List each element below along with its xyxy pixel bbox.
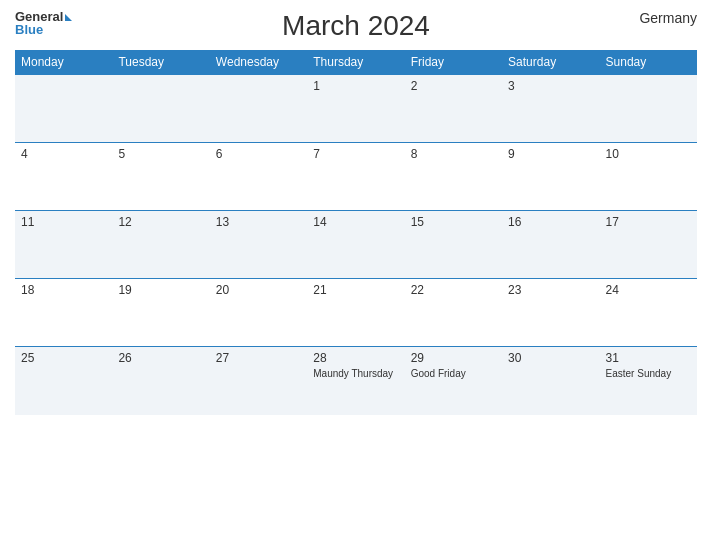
cell-thu-w2: 7 [307,143,404,211]
cell-sat-w3: 16 [502,211,599,279]
cell-wed-w3: 13 [210,211,307,279]
header-saturday: Saturday [502,50,599,75]
cell-sun-w1 [600,75,697,143]
table-row: 18 19 20 21 22 23 24 [15,279,697,347]
cell-sun-w3: 17 [600,211,697,279]
cell-sat-w2: 9 [502,143,599,211]
cell-thu-w3: 14 [307,211,404,279]
cell-tue-w4: 19 [112,279,209,347]
cell-mon-w5: 25 [15,347,112,415]
cell-sun-w4: 24 [600,279,697,347]
cell-mon-w1 [15,75,112,143]
header-friday: Friday [405,50,502,75]
cell-fri-w1: 2 [405,75,502,143]
calendar-body: 1 2 3 4 5 6 7 8 9 10 11 12 13 14 15 [15,75,697,415]
cell-thu-w4: 21 [307,279,404,347]
header-tuesday: Tuesday [112,50,209,75]
cell-wed-w1 [210,75,307,143]
cell-fri-w3: 15 [405,211,502,279]
calendar-page: General Blue March 2024 Germany Monday T… [0,0,712,550]
cell-tue-w5: 26 [112,347,209,415]
cell-sun-w2: 10 [600,143,697,211]
calendar-table: Monday Tuesday Wednesday Thursday Friday… [15,50,697,415]
header-sunday: Sunday [600,50,697,75]
cell-thu-w5: 28 Maundy Thursday [307,347,404,415]
cell-fri-w4: 22 [405,279,502,347]
cell-mon-w2: 4 [15,143,112,211]
cell-sat-w4: 23 [502,279,599,347]
weekday-header-row: Monday Tuesday Wednesday Thursday Friday… [15,50,697,75]
calendar-header: Monday Tuesday Wednesday Thursday Friday… [15,50,697,75]
cell-fri-w2: 8 [405,143,502,211]
cell-tue-w2: 5 [112,143,209,211]
table-row: 4 5 6 7 8 9 10 [15,143,697,211]
cell-sun-w5: 31 Easter Sunday [600,347,697,415]
logo-triangle-icon [65,14,72,21]
table-row: 1 2 3 [15,75,697,143]
page-title: March 2024 [282,10,430,42]
cell-tue-w1 [112,75,209,143]
cell-tue-w3: 12 [112,211,209,279]
event-maundy-thursday: Maundy Thursday [313,367,398,380]
cell-fri-w5: 29 Good Friday [405,347,502,415]
cell-thu-w1: 1 [307,75,404,143]
cell-wed-w4: 20 [210,279,307,347]
logo: General Blue [15,10,72,36]
page-header: General Blue March 2024 Germany [15,10,697,42]
header-monday: Monday [15,50,112,75]
event-good-friday: Good Friday [411,367,496,380]
table-row: 11 12 13 14 15 16 17 [15,211,697,279]
country-label: Germany [639,10,697,26]
cell-mon-w3: 11 [15,211,112,279]
logo-blue-text: Blue [15,23,43,36]
table-row: 25 26 27 28 Maundy Thursday 29 Good Frid… [15,347,697,415]
header-thursday: Thursday [307,50,404,75]
cell-wed-w2: 6 [210,143,307,211]
event-easter-sunday: Easter Sunday [606,367,691,380]
cell-sat-w5: 30 [502,347,599,415]
header-wednesday: Wednesday [210,50,307,75]
cell-mon-w4: 18 [15,279,112,347]
cell-sat-w1: 3 [502,75,599,143]
cell-wed-w5: 27 [210,347,307,415]
